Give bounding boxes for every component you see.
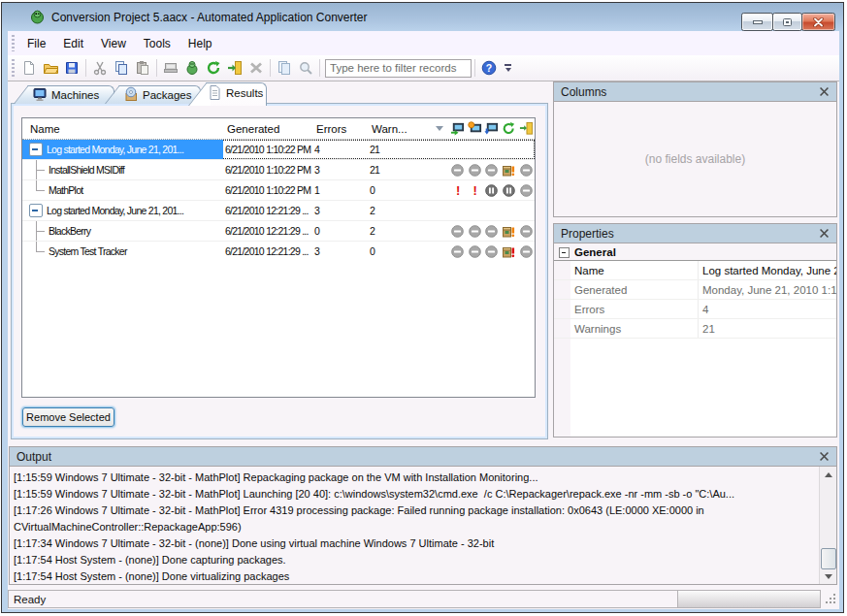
grid-row-blackberry[interactable]: BlackBerry6/21/2010 12:21:29 ...02 — [22, 220, 535, 241]
convert-icon[interactable] — [181, 58, 203, 78]
output-log: [1:15:59 Windows 7 Ultimate - 32-bit - M… — [10, 467, 836, 584]
status-minus-icon — [517, 180, 535, 200]
stop-icon[interactable] — [245, 58, 267, 78]
run-export-icon[interactable] — [224, 58, 245, 78]
preview-icon[interactable] — [295, 58, 316, 78]
tab-strip: MachinesPackagesResults — [8, 81, 548, 104]
cell-warnings: 0 — [368, 242, 449, 261]
cell-empty — [467, 201, 484, 220]
menu-tools[interactable]: Tools — [135, 34, 179, 53]
property-category-general[interactable]: General — [554, 243, 836, 261]
column-header-refresh-icon[interactable] — [501, 118, 518, 139]
cell-empty — [501, 201, 518, 220]
output-line: [1:15:59 Windows 7 Ultimate - 32-bit - M… — [14, 486, 817, 503]
help-icon[interactable]: ? — [478, 58, 500, 78]
column-header-vm-capture-icon[interactable] — [483, 118, 501, 139]
tab-results[interactable]: Results — [188, 82, 267, 104]
column-header-name[interactable]: Name — [22, 118, 223, 139]
property-value: 4 — [699, 300, 836, 318]
minimize-button[interactable] — [741, 13, 773, 31]
column-header-export-icon[interactable] — [517, 118, 535, 139]
scroll-up-icon[interactable] — [820, 467, 836, 482]
property-row-warnings[interactable]: Warnings21 — [554, 319, 836, 339]
copy-icon[interactable] — [111, 58, 132, 78]
filter-dropdown-icon[interactable] — [436, 126, 443, 131]
resize-grip[interactable] — [826, 594, 837, 605]
status-pkg-warn-icon — [501, 160, 518, 179]
cell-name: Log started Monday, June 21, 201... — [22, 201, 223, 220]
output-close-icon[interactable] — [818, 451, 830, 463]
property-row-name[interactable]: NameLog started Monday, June 21, 2010 — [554, 261, 836, 280]
property-row-errors[interactable]: Errors4 — [554, 300, 836, 319]
menu-view[interactable]: View — [92, 34, 135, 53]
paste-icon[interactable] — [132, 58, 153, 78]
columns-close-icon[interactable] — [818, 86, 830, 98]
open-folder-icon[interactable] — [40, 58, 61, 78]
status-minus-icon — [449, 160, 467, 179]
dock-vm-icon[interactable] — [160, 58, 181, 78]
new-document-icon[interactable] — [18, 58, 40, 78]
column-header-errors[interactable]: Errors — [312, 118, 368, 139]
cell-generated: 6/21/2010 12:21:29 ... — [223, 221, 312, 241]
report-icon[interactable] — [274, 58, 295, 78]
column-header-vm-start-icon[interactable] — [449, 118, 467, 139]
toolbar-separator — [270, 59, 271, 77]
grid-row-log-started-monday-june-21-201[interactable]: Log started Monday, June 21, 201...6/21/… — [22, 140, 535, 159]
properties-close-icon[interactable] — [818, 228, 830, 240]
cell-name: MathPlot — [22, 180, 223, 200]
properties-panel-title: Properties — [561, 227, 818, 241]
maximize-button[interactable] — [772, 13, 802, 31]
save-icon[interactable] — [61, 58, 82, 78]
expand-collapse-icon[interactable] — [29, 143, 43, 156]
status-minus-icon — [517, 242, 535, 261]
grid-row-mathplot[interactable]: MathPlot6/21/2010 1:10:22 PM10!! — [22, 179, 535, 200]
output-scrollbar[interactable] — [819, 467, 836, 584]
refresh-icon[interactable] — [203, 58, 224, 78]
cell-generated: 6/21/2010 1:10:22 PM — [223, 180, 312, 200]
filter-records-input[interactable] — [325, 59, 472, 78]
scroll-down-icon[interactable] — [820, 568, 836, 584]
status-minus-icon — [483, 160, 501, 179]
output-panel-header: Output — [10, 447, 836, 467]
status-text: Ready — [8, 590, 680, 608]
grid-row-installshield-msidiff[interactable]: InstallShield MSIDiff6/21/2010 1:10:22 P… — [22, 159, 535, 179]
grid-row-system-test-tracker[interactable]: System Test Tracker6/21/2010 12:21:29 ..… — [22, 241, 535, 261]
menu-edit[interactable]: Edit — [54, 34, 92, 53]
menu-file[interactable]: File — [18, 34, 54, 53]
status-excl-icon: ! — [449, 180, 467, 200]
property-label: Warnings — [554, 319, 699, 338]
menu-help[interactable]: Help — [179, 34, 221, 53]
toolbar-overflow-icon[interactable] — [502, 60, 514, 76]
cell-errors: 0 — [312, 221, 368, 241]
cell-empty — [467, 140, 484, 159]
status-pause-icon — [483, 180, 501, 200]
cell-generated: 6/21/2010 1:10:22 PM — [223, 160, 312, 179]
window-title: Conversion Project 5.aacx - Automated Ap… — [51, 3, 368, 31]
toolbar-separator — [319, 59, 320, 77]
tab-machines[interactable]: Machines — [14, 85, 114, 104]
cell-generated: 6/21/2010 12:21:29 ... — [223, 201, 312, 220]
status-minus-icon — [483, 221, 501, 241]
collapse-icon[interactable] — [559, 247, 570, 258]
cut-icon[interactable] — [89, 58, 111, 78]
tab-label: Results — [226, 87, 263, 99]
column-header-vm-snapshot-icon[interactable] — [467, 118, 484, 139]
column-header-warn[interactable]: Warn... — [368, 118, 449, 139]
property-row-generated[interactable]: GeneratedMonday, June 21, 2010 1:10:22 P… — [554, 280, 836, 300]
output-line: [1:17:26 Windows 7 Ultimate - 32-bit - M… — [14, 503, 817, 519]
menubar-grip[interactable] — [12, 35, 15, 52]
status-excl-icon: ! — [467, 180, 484, 200]
status-pkg-error-icon — [501, 242, 518, 261]
remove-selected-button[interactable]: Remove Selected — [22, 407, 114, 427]
grid-row-log-started-monday-june-21-201[interactable]: Log started Monday, June 21, 201...6/21/… — [22, 200, 535, 220]
results-tab-panel: NameGeneratedErrorsWarn... Log started M… — [11, 103, 548, 439]
toolbar-grip[interactable] — [12, 59, 15, 77]
close-button[interactable] — [801, 13, 835, 31]
tab-packages[interactable]: Packages — [105, 85, 201, 104]
column-header-generated[interactable]: Generated — [223, 118, 312, 139]
cell-empty — [449, 201, 467, 220]
expand-collapse-icon[interactable] — [29, 204, 43, 217]
toolbar-separator — [474, 59, 475, 77]
output-line: [1:17:54 Host System - (none)] Done virt… — [14, 568, 817, 584]
scrollbar-thumb[interactable] — [821, 548, 836, 569]
